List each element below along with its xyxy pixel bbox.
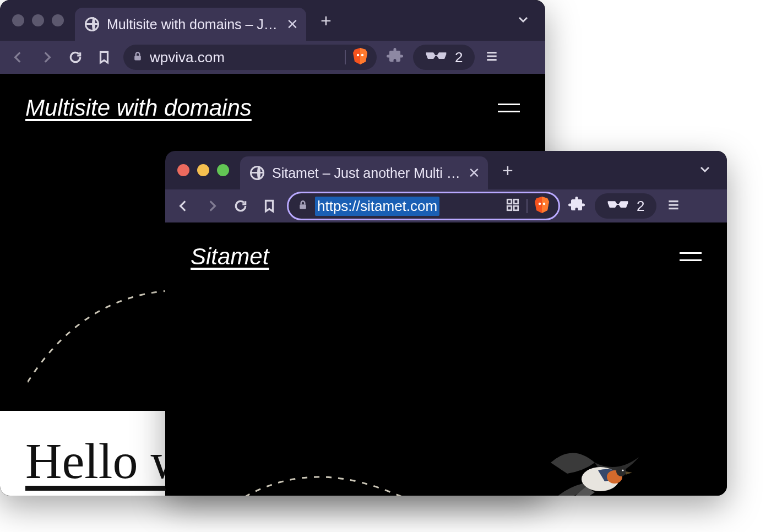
lock-icon xyxy=(297,199,308,213)
tab-title: Sitamet – Just another Multi do xyxy=(272,165,460,181)
url-bar[interactable]: wpviva.com xyxy=(123,45,377,70)
titlebar: Multisite with domains – Just an ✕ + xyxy=(0,0,545,41)
traffic-lights xyxy=(177,164,229,176)
svg-point-19 xyxy=(622,469,623,471)
svg-point-2 xyxy=(361,54,363,56)
traffic-lights xyxy=(12,14,64,26)
globe-icon xyxy=(85,17,99,31)
shields-button[interactable]: 2 xyxy=(595,193,656,219)
brave-icon[interactable] xyxy=(352,47,368,67)
tab-title: Multisite with domains – Just an xyxy=(107,17,279,32)
qr-icon[interactable] xyxy=(506,198,520,214)
bookmark-button[interactable] xyxy=(95,48,113,67)
reload-button[interactable] xyxy=(231,197,250,215)
site-header: Multisite with domains xyxy=(0,74,545,121)
svg-rect-7 xyxy=(507,199,512,204)
url-text: https://sitamet.com xyxy=(315,197,439,216)
menu-button[interactable] xyxy=(666,198,681,214)
maximize-window-dot[interactable] xyxy=(217,164,229,176)
globe-icon xyxy=(250,166,264,180)
forward-button[interactable] xyxy=(203,197,221,215)
svg-point-12 xyxy=(543,203,545,205)
forward-button[interactable] xyxy=(37,48,56,67)
reload-button[interactable] xyxy=(66,48,85,67)
site-header: Sitamet xyxy=(165,222,727,270)
site-title-link[interactable]: Sitamet xyxy=(191,243,269,270)
shields-count: 2 xyxy=(455,49,463,66)
close-window-dot[interactable] xyxy=(12,14,24,26)
minimize-window-dot[interactable] xyxy=(32,14,44,26)
glasses-icon xyxy=(425,50,447,64)
svg-rect-6 xyxy=(300,204,306,209)
bookmark-button[interactable] xyxy=(260,197,279,215)
separator xyxy=(526,199,528,213)
maximize-window-dot[interactable] xyxy=(52,14,64,26)
svg-point-1 xyxy=(357,54,359,56)
new-tab-button[interactable]: + xyxy=(321,10,332,31)
url-bar[interactable]: https://sitamet.com xyxy=(289,193,558,219)
dashed-curve xyxy=(182,388,727,496)
close-tab-icon[interactable]: ✕ xyxy=(286,17,298,31)
menu-button[interactable] xyxy=(485,49,499,66)
shields-count: 2 xyxy=(637,198,644,215)
svg-marker-20 xyxy=(626,471,632,475)
browser-tab[interactable]: Multisite with domains – Just an ✕ xyxy=(75,8,306,41)
shields-button[interactable]: 2 xyxy=(413,45,475,70)
svg-rect-8 xyxy=(514,199,518,204)
back-button[interactable] xyxy=(174,197,193,215)
svg-point-18 xyxy=(616,466,626,476)
browser-window-2: Sitamet – Just another Multi do ✕ + http… xyxy=(165,151,727,496)
site-menu-button[interactable] xyxy=(680,252,702,261)
site-menu-button[interactable] xyxy=(498,104,520,112)
extensions-button[interactable] xyxy=(387,48,403,67)
address-bar: https://sitamet.com 2 xyxy=(165,189,727,222)
titlebar: Sitamet – Just another Multi do ✕ + xyxy=(165,151,727,189)
address-bar: wpviva.com 2 xyxy=(0,41,545,74)
close-tab-icon[interactable]: ✕ xyxy=(468,166,480,180)
browser-tab[interactable]: Sitamet – Just another Multi do ✕ xyxy=(240,156,488,189)
minimize-window-dot[interactable] xyxy=(197,164,209,176)
svg-rect-10 xyxy=(514,206,518,210)
new-tab-button[interactable]: + xyxy=(502,160,513,181)
brave-icon[interactable] xyxy=(534,196,550,216)
bird-illustration xyxy=(545,441,644,496)
back-button[interactable] xyxy=(9,48,28,67)
tab-dropdown-button[interactable] xyxy=(517,13,530,28)
glasses-icon xyxy=(607,199,629,213)
svg-point-11 xyxy=(539,203,541,205)
separator xyxy=(345,50,346,64)
lock-icon xyxy=(132,51,143,64)
close-window-dot[interactable] xyxy=(177,164,189,176)
extensions-button[interactable] xyxy=(568,197,585,215)
svg-rect-0 xyxy=(134,56,141,60)
url-text: wpviva.com xyxy=(150,49,225,66)
tab-dropdown-button[interactable] xyxy=(698,162,712,178)
svg-rect-9 xyxy=(507,206,512,210)
site-title-link[interactable]: Multisite with domains xyxy=(25,95,252,121)
